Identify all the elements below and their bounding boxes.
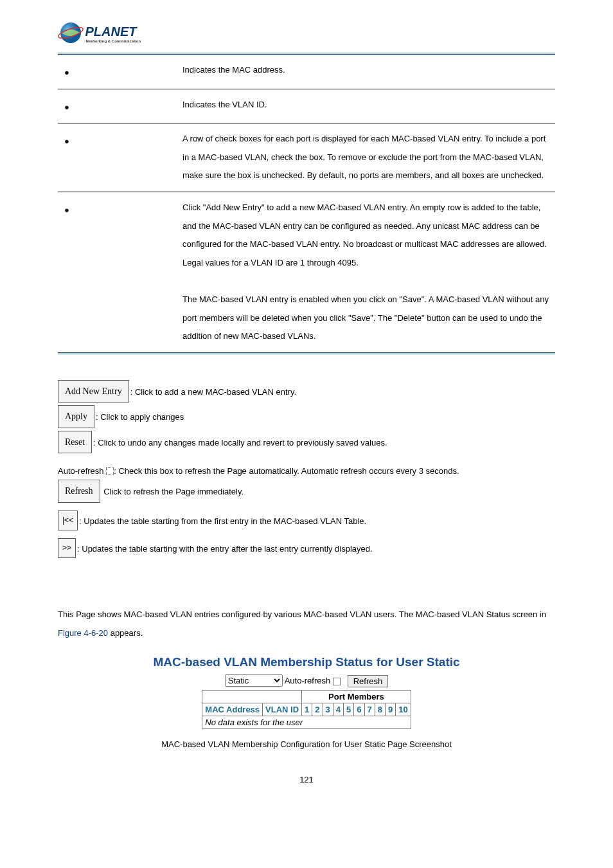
bullet-icon: ● bbox=[58, 89, 76, 123]
table-header-group-row: Port Members bbox=[202, 691, 411, 703]
description-table: ● Indicates the MAC address. ● Indicates… bbox=[58, 55, 555, 352]
figure-caption: MAC-based VLAN Membership Configuration … bbox=[58, 739, 555, 749]
group-port-header: Port Members bbox=[302, 691, 411, 703]
logo-tagline-text: Networking & Communication bbox=[86, 39, 141, 43]
status-title: MAC-based VLAN Membership Status for Use… bbox=[58, 655, 555, 669]
col-port-header: 6 bbox=[354, 703, 364, 716]
row-text: Click "Add New Entry" to add a new MAC-b… bbox=[179, 192, 555, 352]
row-text: Indicates the MAC address. bbox=[179, 55, 555, 89]
figure-reference: Figure 4-6-20 bbox=[58, 628, 108, 638]
col-port-header: 3 bbox=[323, 703, 333, 716]
apply-button[interactable]: Apply bbox=[58, 405, 94, 428]
status-autorefresh-label: Auto-refresh bbox=[285, 676, 331, 685]
bullet-icon: ● bbox=[58, 192, 76, 352]
nodata-cell: No data exists for the user bbox=[202, 716, 411, 729]
status-controls: Static Auto-refresh Refresh bbox=[58, 674, 555, 687]
row-label bbox=[76, 55, 179, 89]
add-new-entry-desc: : Click to add a new MAC-based VLAN entr… bbox=[130, 387, 296, 397]
apply-desc: : Click to apply changes bbox=[96, 412, 184, 422]
row-text-part1: Click "Add New Entry" to add a new MAC-b… bbox=[182, 203, 547, 267]
user-select[interactable]: Static bbox=[225, 674, 283, 687]
autorefresh-checkbox[interactable] bbox=[106, 467, 114, 475]
row-label bbox=[76, 89, 179, 123]
footer-rule bbox=[58, 352, 555, 354]
table-row: ● A row of check boxes for each port is … bbox=[58, 123, 555, 192]
autorefresh-desc: : Check this box to refresh the Page aut… bbox=[114, 466, 459, 476]
col-port-header: 8 bbox=[375, 703, 385, 716]
section-intro: This Page shows MAC-based VLAN entries c… bbox=[58, 606, 555, 642]
table-header-col-row: MAC Address VLAN ID 1 2 3 4 5 6 7 8 9 10 bbox=[202, 703, 411, 716]
col-port-header: 7 bbox=[364, 703, 375, 716]
planet-logo: PLANET Networking & Communication bbox=[58, 19, 170, 51]
table-row: ● Indicates the VLAN ID. bbox=[58, 89, 555, 123]
col-port-header: 9 bbox=[385, 703, 395, 716]
refresh-desc: Click to refresh the Page immediately. bbox=[102, 487, 244, 496]
reset-button[interactable]: Reset bbox=[58, 431, 92, 453]
row-text-part2: The MAC-based VLAN entry is enabled when… bbox=[182, 294, 549, 341]
add-new-entry-button[interactable]: Add New Entry bbox=[58, 380, 129, 402]
col-vlan-header: VLAN ID bbox=[263, 703, 302, 716]
logo-header: PLANET Networking & Communication bbox=[58, 19, 555, 51]
bullet-icon: ● bbox=[58, 123, 76, 192]
refresh-button[interactable]: Refresh bbox=[58, 480, 100, 502]
intro-text-2: appears. bbox=[108, 628, 143, 638]
row-label bbox=[76, 192, 179, 352]
first-button[interactable]: |<< bbox=[58, 511, 78, 530]
table-row: ● Indicates the MAC address. bbox=[58, 55, 555, 89]
group-blank-header bbox=[202, 691, 302, 703]
table-row: ● Click "Add New Entry" to add a new MAC… bbox=[58, 192, 555, 352]
logo-brand-text: PLANET bbox=[85, 24, 138, 39]
row-text: A row of check boxes for each port is di… bbox=[179, 123, 555, 192]
autorefresh-label: Auto-refresh bbox=[58, 466, 104, 476]
status-autorefresh-checkbox[interactable] bbox=[333, 678, 341, 685]
buttons-section: Add New Entry: Click to add a new MAC-ba… bbox=[58, 380, 555, 561]
first-desc: : Updates the table starting from the fi… bbox=[79, 516, 366, 526]
table-nodata-row: No data exists for the user bbox=[202, 716, 411, 729]
next-button[interactable]: >> bbox=[58, 538, 76, 558]
row-text: Indicates the VLAN ID. bbox=[179, 89, 555, 123]
bullet-icon: ● bbox=[58, 55, 76, 89]
reset-desc: : Click to undo any changes made locally… bbox=[93, 438, 387, 448]
intro-text-1: This Page shows MAC-based VLAN entries c… bbox=[58, 610, 546, 619]
col-port-header: 10 bbox=[396, 703, 411, 716]
col-port-header: 1 bbox=[302, 703, 312, 716]
next-desc: : Updates the table starting with the en… bbox=[77, 544, 373, 554]
page-number: 121 bbox=[58, 775, 555, 784]
col-port-header: 2 bbox=[312, 703, 323, 716]
col-mac-header: MAC Address bbox=[202, 703, 263, 716]
status-refresh-button[interactable]: Refresh bbox=[348, 675, 389, 687]
col-port-header: 5 bbox=[344, 703, 354, 716]
membership-table: Port Members MAC Address VLAN ID 1 2 3 4… bbox=[202, 690, 411, 729]
col-port-header: 4 bbox=[333, 703, 343, 716]
row-label bbox=[76, 123, 179, 192]
